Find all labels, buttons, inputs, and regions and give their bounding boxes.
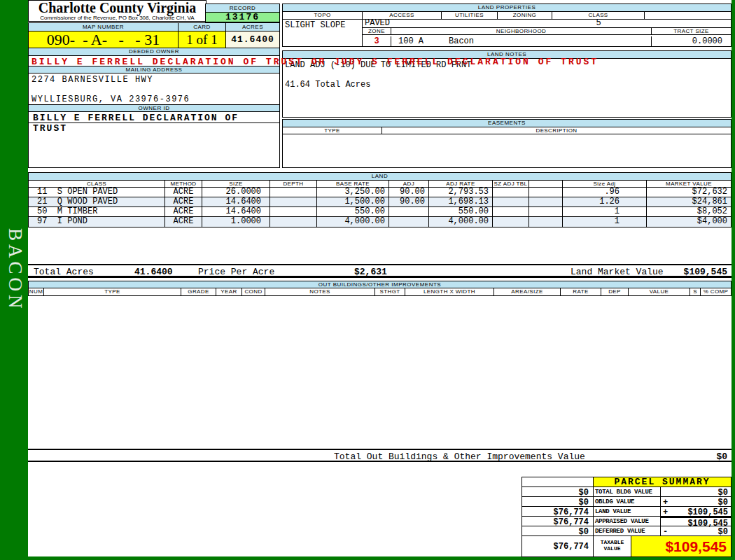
easement-type-label: TYPE <box>283 127 382 134</box>
zone-value: 3 <box>363 36 391 46</box>
taxable-value-amount: $109,545 <box>631 536 731 556</box>
neighborhood-sidebar-label: BACON <box>4 228 26 312</box>
class-value: 5 <box>552 20 645 27</box>
ob-col-sthgt: STHGT <box>375 288 405 295</box>
record-value: 13176 <box>205 12 280 22</box>
tract-size-value: 0.0000 <box>652 36 731 46</box>
neighborhood-label: NEIGHBORHOOD <box>391 28 652 34</box>
county-title-block: Charlotte County Virginia Commissioner o… <box>28 0 206 22</box>
ob-col-length-width: LENGTH X WIDTH <box>405 288 494 295</box>
ob-col-pct-comp: % COMP <box>701 288 731 295</box>
out-buildings-table: OUT BUILDINGS/OTHER IMPROVEMENTS NUM TYP… <box>28 281 732 296</box>
ob-col-dep: DEP <box>601 288 629 295</box>
ob-col-grade: GRADE <box>181 288 216 295</box>
ps-row-total-bldg: $0 TOTAL BLDG VALUE $0 <box>522 487 731 497</box>
property-record-page: BACON Charlotte County Virginia Commissi… <box>0 0 735 560</box>
ob-col-area-size: AREA/SIZE <box>494 288 561 295</box>
price-per-acre-value: $2,631 <box>354 267 387 277</box>
parcel-summary-header: PARCEL SUMMARY <box>522 477 731 487</box>
zoning-label: ZONING <box>498 12 552 19</box>
ps-row-deferred: $0 DEFERRED VALUE -$0 <box>522 526 731 536</box>
ps-row-obldg: $0 OBLDG VALUE +$0 <box>522 497 731 507</box>
owner-id-value: BILLY E FERRELL DECLARATION OF TRUST <box>29 112 279 123</box>
commissioner-line: Commissioner of the Revenue, PO Box 308,… <box>29 15 206 21</box>
topo-value: SLIGHT SLOPE <box>283 20 363 46</box>
land-col-adj: ADJ <box>389 181 429 187</box>
land-col-class: CLASS <box>29 181 165 187</box>
ob-col-num: NUM <box>29 288 44 295</box>
ob-total-value: $0 <box>716 451 727 462</box>
out-buildings-title: OUT BUILDINGS/OTHER IMPROVEMENTS <box>29 281 731 288</box>
ob-col-year: YEAR <box>216 288 242 295</box>
land-col-base-rate: BASE RATE <box>317 181 389 187</box>
land-col-depth: DEPTH <box>270 181 317 187</box>
out-buildings-total-row: Total Out Buildings & Other Improvements… <box>28 449 732 462</box>
ob-col-s: S <box>690 288 701 295</box>
total-acres-value: 41.6400 <box>134 267 173 277</box>
easement-description-label: DESCRIPTION <box>382 127 731 134</box>
land-totals-row: Total Acres 41.6400 Price Per Acre $2,63… <box>28 264 732 278</box>
land-col-blank <box>529 181 563 187</box>
land-row-2: 21 Q WOOD PAVED ACRE 14.6400 1,500.00 90… <box>29 197 731 207</box>
easements-title: EASEMENTS <box>283 120 731 127</box>
ob-col-type: TYPE <box>44 288 181 295</box>
address-line-1: 2274 BARNESVILLE HWY <box>29 75 279 85</box>
land-col-size-adj: Size Adj <box>563 181 647 187</box>
map-number-value: 090- - A- - - 31 <box>28 31 178 48</box>
land-table: LAND CLASS METHOD SIZE DEPTH BASE RATE A… <box>28 172 732 227</box>
land-col-sz-adj-tbl: SZ ADJ TBL <box>493 181 529 187</box>
address-line-2: WYLLIESBURG, VA 23976-3976 <box>29 94 279 104</box>
land-market-value-total: $109,545 <box>684 267 727 277</box>
deeded-owner-value: BILLY E FERRELL DECLARATION OF TRUST OR … <box>29 56 279 66</box>
land-table-title: LAND <box>29 173 731 181</box>
ps-header-prev-cell <box>522 477 594 486</box>
deeded-owner-label: DEEDED OWNER <box>29 48 279 56</box>
ps-row-taxable: $76,774 TAXABLE VALUE $109,545 <box>522 536 731 556</box>
topo-label: TOPO <box>283 12 363 19</box>
class-spacer <box>645 12 731 19</box>
land-properties-panel: LAND PROPERTIES TOPO ACCESS UTILITIES ZO… <box>282 4 732 47</box>
land-col-market-value: MARKET VALUE <box>647 181 731 187</box>
neighborhood-value: 100 A Bacon <box>391 36 652 46</box>
card-value: 1 of 1 <box>178 31 226 48</box>
taxable-value-label: TAXABLE VALUE <box>594 536 631 556</box>
access-value: PAVED <box>365 20 390 27</box>
ob-col-cond: COND <box>242 288 265 295</box>
land-col-adj-rate: ADJ RATE <box>429 181 493 187</box>
land-notes-line-2: 41.64 Total Acres <box>283 80 731 90</box>
land-notes-gap <box>283 70 731 80</box>
land-row-3: 50 M TIMBER ACRE 14.6400 550.00 550.00 1… <box>29 207 731 217</box>
acres-value: 41.6400 <box>225 31 280 48</box>
county-title: Charlotte County Virginia <box>29 1 206 15</box>
address-gap <box>29 85 279 94</box>
ob-col-value: VALUE <box>629 288 690 295</box>
land-col-method: METHOD <box>165 181 202 187</box>
land-row-4: 97 I POND ACRE 1.0000 4,000.00 4,000.00 … <box>29 217 731 227</box>
total-acres-label: Total Acres <box>34 267 94 277</box>
ps-row-land: $76,774 LAND VALUE +$109,545 <box>522 507 731 517</box>
land-col-size: SIZE <box>202 181 270 187</box>
easements-panel: EASEMENTS TYPE DESCRIPTION <box>282 119 732 168</box>
ob-col-rate: RATE <box>561 288 601 295</box>
parcel-summary: PARCEL SUMMARY $0 TOTAL BLDG VALUE $0 $0… <box>522 477 732 557</box>
tract-size-label: TRACT SIZE <box>652 28 731 34</box>
parcel-summary-title: PARCEL SUMMARY <box>594 477 731 486</box>
ob-col-notes: NOTES <box>265 288 375 295</box>
ps-row-appraised: $76,774 APPRAISED VALUE $109,545 <box>522 517 731 526</box>
land-properties-title: LAND PROPERTIES <box>283 4 731 12</box>
owner-id-label: OWNER ID <box>29 104 279 112</box>
zone-label: ZONE <box>363 28 391 34</box>
ob-total-label: Total Out Buildings & Other Improvements… <box>334 451 585 462</box>
owner-panel: DEEDED OWNER BILLY E FERRELL DECLARATION… <box>28 48 280 168</box>
record-card: Charlotte County Virginia Commissioner o… <box>28 0 732 556</box>
land-market-value-label: Land Market Value <box>570 267 664 277</box>
land-row-1: 11 S OPEN PAVED ACRE 26.0000 3,250.00 90… <box>29 188 731 197</box>
price-per-acre-label: Price Per Acre <box>198 267 274 277</box>
utilities-label: UTILITIES <box>442 12 498 19</box>
